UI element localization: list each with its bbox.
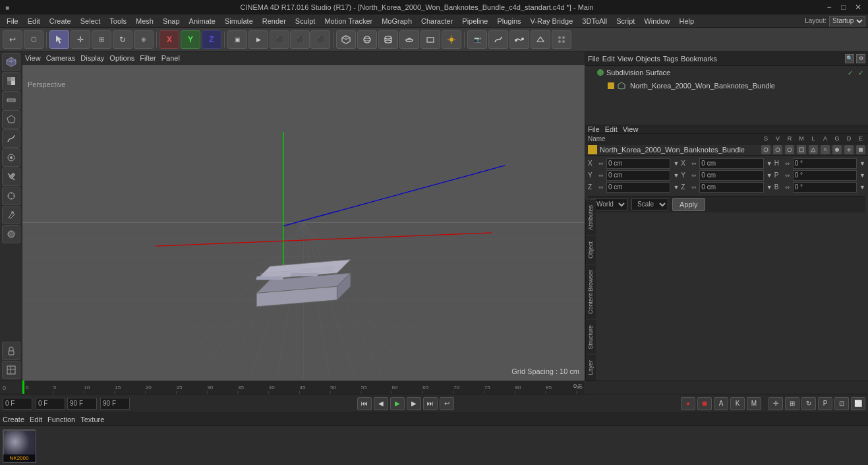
- apply-button[interactable]: Apply: [672, 198, 705, 211]
- timeline-ruler[interactable]: 0 5 10 15 20 25 30 35 40 45 50 55 60 65 …: [22, 381, 585, 395]
- sidebar-lock-btn[interactable]: [2, 342, 20, 360]
- torus-btn[interactable]: [399, 30, 419, 49]
- vp1-btn[interactable]: ⬛: [270, 30, 289, 49]
- sidebar-cube-btn[interactable]: [2, 53, 20, 71]
- menu-file[interactable]: File: [3, 16, 22, 26]
- material-thumbnail[interactable]: NK2000: [3, 429, 36, 462]
- rb-view-menu[interactable]: View: [623, 125, 639, 133]
- undo-btn[interactable]: ↩: [3, 30, 22, 49]
- col-g-icon[interactable]: [832, 145, 842, 154]
- frame-end2-input[interactable]: 90 F: [100, 398, 130, 410]
- viewport-canvas[interactable]: Perspective Grid Spacing : 10 cm: [22, 65, 585, 381]
- cube-btn[interactable]: [336, 30, 356, 49]
- mat-create-menu[interactable]: Create: [3, 416, 24, 423]
- h-rot-val[interactable]: 0 °: [793, 158, 857, 169]
- frame-cur-input[interactable]: 0 F: [36, 398, 65, 410]
- rotate-playback-btn[interactable]: ↻: [801, 397, 816, 410]
- x-size-val[interactable]: 0 cm: [699, 158, 763, 169]
- x-pos-val[interactable]: 0 cm: [606, 158, 670, 169]
- vp-menu-filter[interactable]: Filter: [140, 54, 156, 62]
- vp-menu-options[interactable]: Options: [109, 54, 134, 62]
- mat-edit-menu[interactable]: Edit: [30, 416, 42, 423]
- rb-edit-menu[interactable]: Edit: [605, 125, 618, 133]
- render-view-btn[interactable]: ▶: [248, 30, 268, 49]
- p-rot-val[interactable]: 0 °: [793, 170, 857, 181]
- nurbs-btn[interactable]: [509, 30, 529, 49]
- menu-tools[interactable]: Tools: [105, 16, 130, 26]
- menu-sculpt[interactable]: Sculpt: [291, 16, 320, 26]
- autokey-btn[interactable]: A: [714, 397, 728, 410]
- x-axis-btn[interactable]: X: [159, 30, 179, 49]
- y-size-val[interactable]: 0 cm: [699, 170, 763, 181]
- deformer-btn[interactable]: [531, 30, 550, 49]
- spline-btn[interactable]: [488, 30, 508, 49]
- layout-select[interactable]: Startup: [829, 16, 865, 26]
- menu-mograph[interactable]: MoGraph: [378, 16, 416, 26]
- menu-create[interactable]: Create: [45, 16, 75, 26]
- record-btn[interactable]: ●: [681, 397, 695, 410]
- frame-start-input[interactable]: 0 F: [3, 398, 32, 410]
- scale-dropdown[interactable]: Scale: [631, 199, 668, 210]
- sidebar-texture-btn[interactable]: [2, 148, 20, 167]
- col-a-icon[interactable]: A: [821, 145, 830, 154]
- scale-playback-btn[interactable]: ⊞: [785, 397, 799, 410]
- extra-btn[interactable]: ⊡: [834, 397, 849, 410]
- rt-view-menu[interactable]: View: [618, 55, 633, 63]
- col-r-icon[interactable]: [785, 145, 794, 154]
- mat-function-menu[interactable]: Function: [47, 416, 75, 423]
- sidebar-poly-btn[interactable]: [2, 110, 20, 129]
- rt-objects-menu[interactable]: Objects: [635, 55, 660, 63]
- vp3-btn[interactable]: ⬛: [310, 30, 330, 49]
- vp-menu-cameras[interactable]: Cameras: [46, 54, 76, 62]
- col-d-icon[interactable]: [844, 145, 854, 154]
- tab-layer[interactable]: Layer: [586, 354, 596, 381]
- material-thumb-wrapper[interactable]: NK2000: [3, 429, 36, 462]
- vp-menu-display[interactable]: Display: [80, 54, 104, 62]
- array-btn[interactable]: [552, 30, 571, 49]
- rt-edit-menu[interactable]: Edit: [602, 55, 615, 63]
- light-btn[interactable]: [442, 30, 461, 49]
- sidebar-grid-btn[interactable]: [2, 91, 20, 109]
- menu-select[interactable]: Select: [76, 16, 105, 26]
- subdivision-surface-item[interactable]: Subdivision Surface ✓ ✓: [585, 66, 868, 79]
- menu-plugins[interactable]: Plugins: [493, 16, 525, 26]
- rt-search-btn[interactable]: 🔍: [845, 54, 854, 63]
- sidebar-snap-btn[interactable]: [2, 187, 20, 205]
- tab-structure[interactable]: Structure: [586, 319, 596, 355]
- vp-menu-view[interactable]: View: [25, 54, 41, 62]
- move-btn[interactable]: ✛: [71, 30, 90, 49]
- rt-config-btn[interactable]: ⚙: [856, 54, 865, 63]
- y-axis-btn[interactable]: Y: [181, 30, 200, 49]
- sidebar-sculpt-btn[interactable]: [2, 225, 20, 243]
- next-frame-btn[interactable]: ▶: [407, 397, 421, 410]
- motion-btn[interactable]: M: [747, 397, 761, 410]
- fps-btn[interactable]: P: [818, 397, 832, 410]
- tab-content-browser[interactable]: Content Browser: [586, 264, 596, 319]
- b-rot-val[interactable]: 0 °: [793, 182, 857, 193]
- go-start-btn[interactable]: ⏮: [357, 397, 372, 410]
- maximize-btn[interactable]: □: [839, 3, 848, 12]
- tab-attributes[interactable]: Attributes: [586, 199, 596, 235]
- menu-script[interactable]: Script: [612, 16, 639, 26]
- key-btn[interactable]: K: [730, 397, 745, 410]
- sidebar-knife-btn[interactable]: [2, 168, 20, 186]
- cylinder-btn[interactable]: [378, 30, 398, 49]
- col-v-icon[interactable]: [773, 145, 782, 154]
- z-pos-val[interactable]: 0 cm: [606, 182, 670, 193]
- mat-texture-menu[interactable]: Texture: [80, 416, 104, 423]
- menu-vray[interactable]: V-Ray Bridge: [527, 16, 577, 26]
- loop-btn[interactable]: ↩: [440, 397, 454, 410]
- camera-btn[interactable]: 📷: [467, 30, 487, 49]
- menu-animate[interactable]: Animate: [185, 16, 219, 26]
- tab-object[interactable]: Object: [586, 235, 596, 264]
- menu-help[interactable]: Help: [676, 16, 699, 26]
- sidebar-paint-btn[interactable]: [2, 206, 20, 224]
- y-pos-val[interactable]: 0 cm: [606, 170, 670, 181]
- vp-menu-panel[interactable]: Panel: [161, 54, 180, 62]
- transform-btn[interactable]: ⊕: [134, 30, 154, 49]
- sphere-btn[interactable]: [357, 30, 377, 49]
- col-m-icon[interactable]: [797, 145, 806, 154]
- col-l-icon[interactable]: [809, 145, 818, 154]
- sidebar-display-btn[interactable]: [2, 72, 20, 90]
- scale-btn[interactable]: ⊞: [92, 30, 111, 49]
